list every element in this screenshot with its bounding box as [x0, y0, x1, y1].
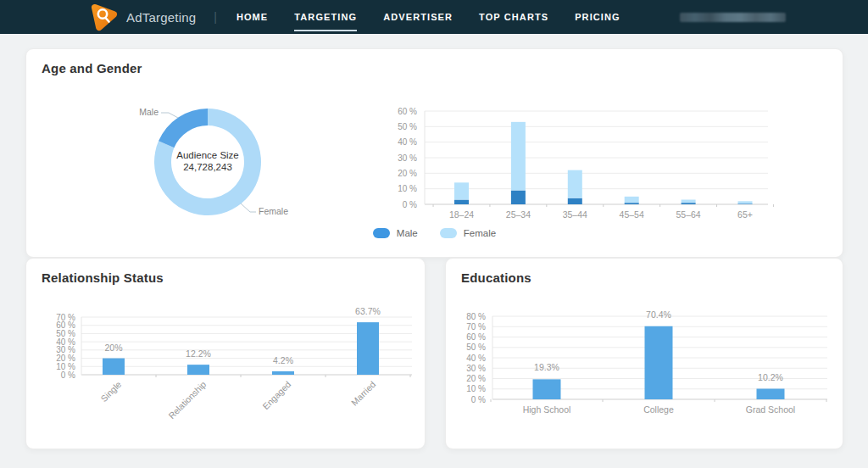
relationship-status-card: Relationship Status 0 %10 %20 %30 %40 %5… [25, 258, 426, 449]
svg-text:50 %: 50 % [466, 343, 486, 352]
legend-label: Female [464, 228, 496, 238]
svg-text:50 %: 50 % [398, 122, 417, 131]
svg-text:4.2%: 4.2% [273, 355, 293, 365]
svg-text:60 %: 60 % [56, 320, 75, 330]
svg-text:0 %: 0 % [403, 200, 417, 209]
nav-item-home[interactable]: HOME [236, 8, 268, 25]
svg-text:10.2%: 10.2% [758, 372, 783, 382]
relationship-title: Relationship Status [42, 270, 164, 285]
svg-text:55–64: 55–64 [676, 209, 700, 220]
educations-card: Educations 0 %10 %20 %30 %40 %50 %60 %70… [445, 258, 843, 449]
page-content: Age and Gender FemaleMaleAudience Size24… [0, 34, 868, 468]
svg-text:Grad School: Grad School [746, 404, 795, 415]
svg-text:10 %: 10 % [466, 384, 486, 393]
svg-text:College: College [643, 404, 674, 415]
legend-item-female[interactable]: Female [440, 228, 496, 238]
svg-text:Single: Single [98, 379, 123, 404]
legend-label: Male [397, 228, 418, 238]
svg-text:Engaged: Engaged [260, 379, 292, 411]
svg-text:Male: Male [139, 107, 159, 117]
svg-text:20%: 20% [104, 343, 122, 353]
svg-text:30 %: 30 % [466, 364, 486, 373]
svg-text:40 %: 40 % [466, 354, 486, 363]
svg-text:40 %: 40 % [56, 337, 75, 347]
svg-text:45–54: 45–54 [620, 209, 644, 220]
svg-text:60 %: 60 % [466, 332, 486, 342]
brand-name[interactable]: AdTargeting [126, 10, 196, 25]
educations-bar-chart: 0 %10 %20 %30 %40 %50 %60 %70 %80 %19.3%… [459, 304, 840, 445]
svg-text:30 %: 30 % [398, 153, 417, 163]
nav-divider: | [214, 10, 217, 24]
svg-text:25–34: 25–34 [506, 209, 531, 220]
educations-title: Educations [461, 270, 531, 285]
svg-text:30 %: 30 % [56, 345, 75, 354]
svg-text:Relationship: Relationship [166, 379, 208, 421]
age-gender-bar-chart: 0 %10 %20 %30 %40 %50 %60 %18–2425–3435–… [387, 107, 781, 227]
gender-legend: MaleFemale [26, 228, 843, 238]
age-gender-title: Age and Gender [42, 61, 142, 75]
svg-text:50 %: 50 % [56, 329, 75, 338]
svg-text:Audience Size24,728,243: Audience Size24,728,243 [176, 150, 239, 172]
svg-text:10 %: 10 % [56, 362, 75, 371]
svg-text:0 %: 0 % [61, 370, 75, 380]
svg-text:20 %: 20 % [56, 354, 75, 363]
svg-text:Married: Married [349, 379, 378, 408]
nav-menu: HOMETARGETINGADVERTISERTOP CHARTSPRICING [236, 8, 620, 25]
svg-text:63.7%: 63.7% [355, 306, 381, 316]
legend-chip-male [373, 228, 390, 238]
magnifier-logo-icon [88, 3, 119, 31]
svg-text:80 %: 80 % [466, 312, 486, 321]
svg-text:High School: High School [523, 404, 571, 415]
redacted-account-area[interactable] [680, 13, 786, 22]
svg-text:60 %: 60 % [398, 107, 417, 116]
svg-text:70 %: 70 % [56, 313, 75, 322]
nav-item-advertiser[interactable]: ADVERTISER [383, 8, 453, 25]
svg-text:10 %: 10 % [398, 184, 417, 193]
svg-text:70 %: 70 % [466, 322, 486, 332]
relationship-bar-chart: 0 %10 %20 %30 %40 %50 %60 %70 %20%Single… [39, 300, 425, 446]
legend-chip-female [440, 228, 457, 238]
svg-text:12.2%: 12.2% [186, 348, 211, 359]
adtargeting-logo[interactable] [88, 3, 120, 31]
svg-text:65+: 65+ [737, 209, 753, 220]
nav-item-pricing[interactable]: PRICING [575, 8, 620, 25]
svg-text:18–24: 18–24 [449, 209, 474, 220]
svg-text:Female: Female [259, 206, 288, 216]
svg-text:35–44: 35–44 [563, 209, 587, 220]
legend-item-male[interactable]: Male [373, 228, 418, 238]
nav-item-targeting[interactable]: TARGETING [294, 8, 357, 25]
top-navbar: AdTargeting | HOMETARGETINGADVERTISERTOP… [0, 0, 868, 34]
svg-text:70.4%: 70.4% [646, 309, 671, 320]
svg-text:19.3%: 19.3% [534, 362, 559, 372]
svg-text:0 %: 0 % [471, 395, 486, 404]
nav-item-top-charts[interactable]: TOP CHARTS [479, 8, 548, 25]
svg-text:20 %: 20 % [466, 374, 486, 383]
age-gender-card: Age and Gender FemaleMaleAudience Size24… [25, 48, 843, 258]
svg-text:40 %: 40 % [398, 137, 417, 147]
svg-text:20 %: 20 % [398, 169, 417, 178]
